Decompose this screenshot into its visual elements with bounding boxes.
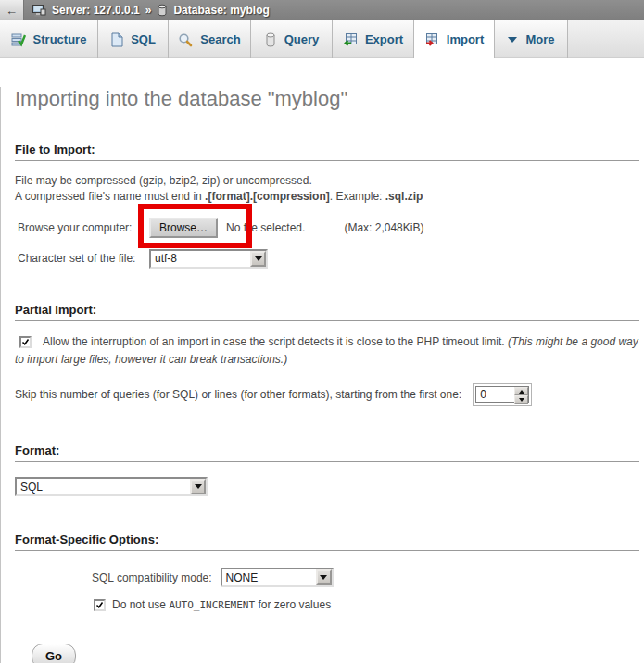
tab-label: Search: [200, 32, 240, 46]
charset-label: Character set of the file:: [15, 252, 149, 265]
breadcrumb-server[interactable]: Server: 127.0.0.1: [52, 4, 140, 17]
breadcrumb-database[interactable]: Database: myblog: [173, 4, 269, 17]
back-arrow-icon: ←: [6, 5, 18, 17]
auto-increment-code: AUTO_INCREMENT: [169, 599, 255, 611]
database-icon: [157, 4, 168, 17]
tab-label: Query: [284, 32, 320, 46]
charset-select-arrow-icon[interactable]: [250, 251, 266, 267]
section-heading-partial-import: Partial Import:: [15, 303, 639, 321]
format-select-arrow-icon[interactable]: [190, 479, 206, 494]
zero-values-row: Do not use AUTO_INCREMENT for zero value…: [15, 598, 639, 611]
tab-structure[interactable]: Structure: [0, 20, 98, 58]
go-button[interactable]: Go: [32, 644, 76, 663]
chevron-down-icon: [507, 36, 518, 44]
search-icon: [178, 32, 193, 47]
spinner: [514, 387, 528, 404]
tab-label: Import: [447, 32, 484, 46]
sql-compat-select-value: NONE: [222, 569, 316, 585]
query-icon: [264, 32, 277, 47]
import-page: Importing into the database "myblog" Fil…: [0, 87, 644, 663]
breadcrumb-bar: ← Server: 127.0.0.1 » Database: myblog: [0, 0, 644, 20]
browse-label: Browse your computer:: [15, 221, 149, 234]
sql-compat-row: SQL compatibility mode: NONE: [15, 568, 639, 587]
page-title: Importing into the database "myblog": [15, 87, 639, 111]
server-icon: [32, 4, 46, 18]
no-file-selected-text: No file selected.: [226, 221, 305, 234]
import-icon: [424, 32, 439, 47]
section-heading-file-to-import: File to Import:: [15, 143, 639, 161]
sql-compat-select-arrow-icon[interactable]: [316, 569, 332, 585]
format-select-value: SQL: [17, 479, 190, 494]
tab-sql[interactable]: SQL: [98, 20, 169, 58]
spinner-down-icon[interactable]: [514, 395, 528, 404]
breadcrumb-separator: »: [145, 4, 152, 17]
browse-button[interactable]: Browse…: [149, 218, 218, 238]
allow-interrupt-checkbox[interactable]: [19, 336, 32, 348]
charset-select-value: utf-8: [151, 251, 250, 267]
tab-search[interactable]: Search: [169, 20, 251, 58]
allow-interrupt-label: Allow the interruption of an import in c…: [43, 335, 508, 348]
export-icon: [343, 32, 358, 47]
sql-compat-label: SQL compatibility mode:: [92, 571, 212, 584]
skip-queries-row: Skip this number of queries (for SQL) or…: [15, 383, 639, 406]
sql-compat-select[interactable]: NONE: [221, 568, 334, 587]
max-size-text: (Max: 2,048KiB): [344, 221, 423, 234]
breadcrumb: Server: 127.0.0.1 » Database: myblog: [24, 4, 270, 18]
sql-icon: [110, 32, 123, 47]
spinner-up-icon[interactable]: [514, 387, 528, 395]
tab-label: Export: [365, 32, 403, 46]
skip-queries-spinbox: [473, 383, 532, 406]
structure-icon: [11, 32, 26, 47]
tab-label: More: [525, 32, 554, 46]
allow-interrupt-row: Allow the interruption of an import in c…: [15, 333, 640, 369]
back-button[interactable]: ←: [0, 0, 24, 20]
tab-query[interactable]: Query: [251, 20, 333, 58]
tab-label: SQL: [131, 32, 156, 46]
tab-more[interactable]: More: [495, 20, 568, 58]
charset-select[interactable]: utf-8: [149, 249, 268, 269]
tabbar-filler: [568, 20, 644, 58]
tab-label: Structure: [33, 32, 87, 46]
tab-export[interactable]: Export: [333, 20, 414, 58]
file-help-text: File may be compressed (gzip, bzip2, zip…: [15, 173, 639, 205]
zero-values-checkbox[interactable]: [94, 599, 106, 611]
charset-row: Character set of the file: utf-8: [15, 248, 639, 269]
tab-import[interactable]: Import: [414, 20, 495, 58]
browse-row: Browse your computer: Browse… No file se…: [15, 217, 639, 239]
tab-bar: Structure SQL Search Query: [0, 20, 644, 58]
section-heading-format-options: Format-Specific Options:: [15, 532, 639, 551]
zero-values-label: Do not use AUTO_INCREMENT for zero value…: [112, 598, 331, 611]
skip-queries-label: Skip this number of queries (for SQL) or…: [15, 388, 461, 401]
format-select[interactable]: SQL: [15, 477, 208, 496]
section-heading-format: Format:: [15, 444, 639, 462]
